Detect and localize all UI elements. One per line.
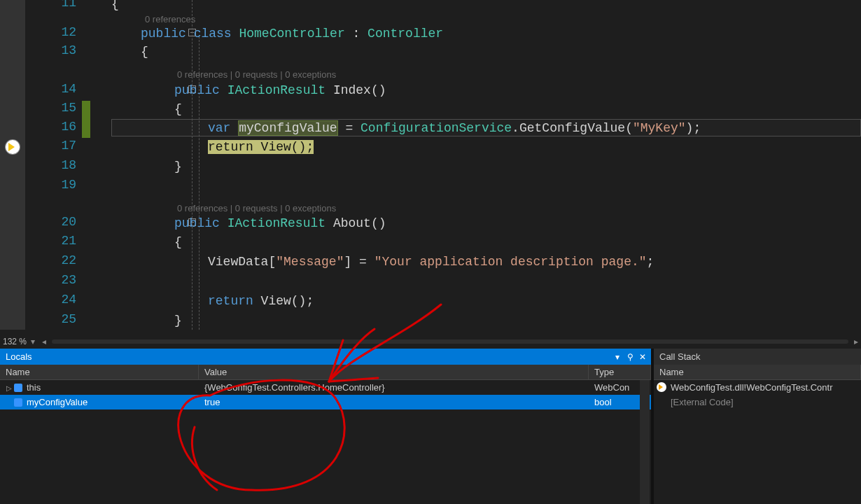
code-line[interactable]: public IActionResult About(): [174, 215, 386, 232]
code-line[interactable]: public class HomeController : Controller: [141, 25, 443, 43]
zoom-level: 132 %: [0, 337, 27, 346]
line-number: 14: [61, 82, 76, 96]
column-header-name[interactable]: Name: [654, 365, 861, 379]
locals-header-row[interactable]: Name Value Type: [0, 365, 651, 380]
code-line[interactable]: ViewData["Message"] = "Your application …: [208, 253, 654, 271]
codelens-references[interactable]: 0 references | 0 requests | 0 exceptions: [177, 66, 336, 83]
locals-var-name: this: [27, 382, 41, 393]
code-line[interactable]: }: [174, 312, 182, 330]
execution-pointer-icon: [6, 140, 20, 154]
stack-frame: WebConfigTest.dll!WebConfigTest.Contr: [671, 382, 832, 393]
locals-grid-body[interactable]: ▷this {WebConfigTest.Controllers.HomeCon…: [0, 380, 651, 504]
callstack-title-bar[interactable]: Call Stack: [654, 349, 861, 365]
line-number: 18: [61, 158, 76, 172]
line-number: 22: [61, 253, 76, 267]
code-line[interactable]: {: [174, 234, 182, 251]
code-line[interactable]: }: [174, 158, 182, 176]
hscroll-right-icon[interactable]: ▸: [851, 337, 861, 346]
hscroll-track[interactable]: [52, 340, 848, 344]
line-number: 20: [61, 215, 76, 229]
code-area[interactable]: { 0 references public class HomeControll…: [111, 0, 861, 330]
line-number: 13: [61, 43, 76, 57]
current-frame-icon: [657, 382, 666, 392]
stack-frame: [External Code]: [654, 395, 861, 410]
breakpoint-gutter[interactable]: [0, 0, 25, 330]
variable-icon: [14, 398, 22, 407]
code-line[interactable]: {: [141, 43, 148, 61]
panel-options-icon[interactable]: [612, 352, 623, 362]
line-number: 12: [61, 25, 76, 39]
panel-title-text: Call Stack: [659, 351, 701, 362]
variable-icon: [14, 384, 22, 392]
column-header-type[interactable]: Type: [589, 365, 651, 379]
column-header-name[interactable]: Name: [0, 365, 199, 379]
line-number: 23: [61, 273, 76, 287]
modified-marker: [82, 101, 90, 138]
callstack-panel[interactable]: Call Stack Name WebConfigTest.dll!WebCon…: [652, 349, 861, 504]
pin-icon[interactable]: [624, 352, 636, 362]
line-number: 15: [61, 101, 76, 115]
locals-var-name: myConfigValue: [27, 397, 88, 407]
panel-title-text: Locals: [6, 351, 32, 362]
locals-row[interactable]: ▷this {WebConfigTest.Controllers.HomeCon…: [0, 380, 651, 395]
line-number-gutter[interactable]: 11 12 13 14 15 16 17 18 19 20 21 22 23 2…: [25, 0, 82, 330]
locals-title-bar[interactable]: Locals: [0, 349, 651, 365]
code-line[interactable]: return View();: [208, 139, 314, 156]
outline-gutter[interactable]: [90, 0, 111, 330]
callstack-row[interactable]: [External Code]: [654, 395, 861, 410]
callstack-grid-body[interactable]: WebConfigTest.dll!WebConfigTest.Contr [E…: [654, 380, 861, 504]
line-number: 25: [61, 312, 76, 326]
locals-row[interactable]: ▷myConfigValue true bool: [0, 395, 651, 410]
locals-var-value: true: [199, 395, 589, 410]
locals-panel[interactable]: Locals Name Value Type ▷this {WebConfigT…: [0, 349, 652, 504]
close-icon[interactable]: [637, 352, 648, 362]
line-number: 16: [61, 120, 76, 134]
line-number: 11: [61, 0, 76, 10]
highlighted-variable: myConfigValue: [238, 120, 337, 136]
code-line[interactable]: {: [174, 101, 182, 118]
zoom-dropdown-icon[interactable]: ▾: [27, 337, 39, 346]
callstack-row[interactable]: WebConfigTest.dll!WebConfigTest.Contr: [654, 380, 861, 395]
column-header-value[interactable]: Value: [199, 365, 589, 379]
line-number: 19: [61, 178, 76, 192]
code-editor[interactable]: 11 12 13 14 15 16 17 18 19 20 21 22 23 2…: [0, 0, 861, 330]
next-statement-highlight: return View();: [208, 140, 314, 154]
line-number: 17: [61, 139, 76, 153]
locals-var-value: {WebConfigTest.Controllers.HomeControlle…: [199, 380, 589, 395]
code-line[interactable]: return View();: [208, 293, 314, 310]
code-line[interactable]: {: [111, 0, 119, 13]
editor-zoom-bar[interactable]: 132 % ▾ ◂ ▸: [0, 335, 861, 349]
hscroll-left-icon[interactable]: ◂: [39, 337, 49, 346]
code-line[interactable]: var myConfigValue = ConfigurationService…: [208, 120, 701, 137]
line-number: 24: [61, 293, 76, 307]
line-number: 21: [61, 234, 76, 248]
callstack-header-row[interactable]: Name: [654, 365, 861, 380]
vertical-scrollbar[interactable]: [640, 380, 650, 504]
code-line[interactable]: public IActionResult Index(): [174, 82, 386, 99]
expand-toggle-icon[interactable]: ▷: [6, 384, 13, 392]
